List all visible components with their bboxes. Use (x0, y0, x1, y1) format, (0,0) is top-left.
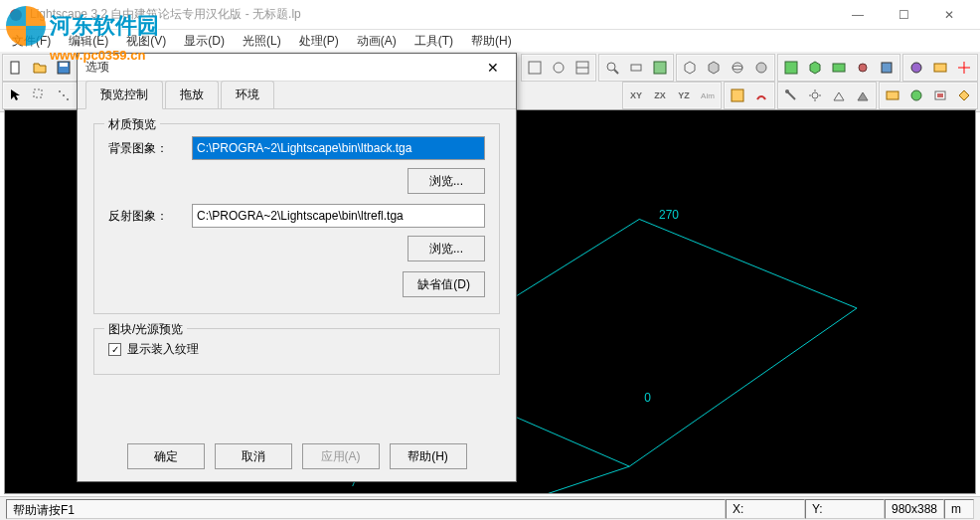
browse-reflection-button[interactable]: 浏览... (408, 236, 485, 261)
material-preview-legend: 材质预览 (104, 116, 160, 133)
svg-point-28 (812, 92, 818, 98)
menu-file[interactable]: 文件(F) (4, 31, 59, 52)
ok-button[interactable]: 确定 (127, 443, 205, 469)
status-help: 帮助请按F1 (6, 499, 726, 519)
toolbar-icon[interactable] (749, 84, 773, 107)
svg-point-13 (733, 63, 742, 73)
window-title: Lightscape 3.2 自由建筑论坛专用汉化版 - 无标题.lp (30, 6, 835, 23)
open-button[interactable] (28, 56, 52, 80)
toolbar-icon[interactable] (779, 84, 803, 107)
pointer-button[interactable] (4, 84, 28, 107)
tab-preview-control[interactable]: 预览控制 (85, 81, 163, 109)
toolbar-icon[interactable] (851, 56, 875, 80)
svg-rect-32 (937, 93, 943, 97)
tab-scale[interactable]: 拖放 (165, 81, 219, 108)
toolbar-icon[interactable] (52, 84, 76, 107)
toolbar-icon[interactable] (904, 84, 928, 107)
menu-help[interactable]: 帮助(H) (463, 31, 520, 52)
zx-button[interactable]: ZX (648, 84, 672, 107)
svg-point-25 (67, 98, 69, 100)
app-icon (8, 7, 24, 23)
svg-line-35 (629, 308, 857, 466)
toolbar-icon[interactable] (624, 56, 648, 80)
menu-animation[interactable]: 动画(A) (349, 31, 405, 52)
status-unit: m (944, 499, 974, 519)
dialog-footer: 确定 取消 应用(A) 帮助(H) (78, 443, 516, 469)
toolbar-icon[interactable] (928, 56, 952, 80)
background-image-input[interactable] (192, 136, 485, 160)
menu-display[interactable]: 显示(D) (176, 31, 233, 52)
toolbar-icon[interactable] (881, 84, 904, 107)
minimize-button[interactable]: — (835, 0, 881, 30)
dialog-titlebar: 选项 ✕ (78, 54, 516, 82)
show-textures-checkbox[interactable] (108, 343, 121, 356)
menu-view[interactable]: 视图(V) (118, 31, 174, 52)
status-x: X: (726, 499, 805, 519)
status-y: Y: (805, 499, 885, 519)
cancel-button[interactable]: 取消 (215, 443, 292, 469)
new-button[interactable] (4, 56, 28, 80)
aim-button[interactable]: Aim (696, 84, 720, 107)
toolbar-icon[interactable] (827, 84, 851, 107)
reflection-image-label: 反射图象： (108, 208, 180, 225)
svg-rect-5 (529, 62, 541, 74)
tab-environment[interactable]: 环境 (221, 81, 274, 108)
svg-rect-3 (60, 63, 68, 67)
svg-point-20 (911, 63, 921, 73)
svg-rect-21 (934, 64, 946, 72)
svg-point-0 (10, 9, 22, 21)
svg-rect-17 (833, 64, 845, 72)
svg-point-27 (785, 89, 789, 93)
show-textures-label: 显示装入纹理 (127, 341, 199, 358)
toolbar-icon[interactable] (928, 84, 952, 107)
menubar: 文件(F) 编辑(E) 视图(V) 显示(D) 光照(L) 处理(P) 动画(A… (0, 30, 980, 52)
svg-line-38 (541, 466, 630, 493)
toolbar-icon[interactable] (827, 56, 851, 80)
toolbar-icon[interactable] (547, 56, 571, 80)
toolbar-icon[interactable] (726, 84, 749, 107)
svg-rect-22 (34, 89, 42, 97)
select-button[interactable] (28, 84, 52, 107)
svg-line-10 (614, 70, 618, 74)
zoom-button[interactable] (600, 56, 624, 80)
toolbar-icon[interactable] (571, 56, 594, 80)
help-button[interactable]: 帮助(H) (390, 443, 467, 469)
xy-button[interactable]: XY (624, 84, 648, 107)
apply-button[interactable]: 应用(A) (302, 443, 380, 469)
toolbar-icon[interactable] (904, 56, 928, 80)
svg-line-34 (639, 219, 857, 308)
toolbar-icon[interactable] (875, 56, 898, 80)
toolbar-icon[interactable] (952, 84, 976, 107)
statusbar: 帮助请按F1 X: Y: 980x388 m (0, 496, 980, 520)
menu-tools[interactable]: 工具(T) (407, 31, 461, 52)
menu-process[interactable]: 处理(P) (291, 31, 347, 52)
cube-icon[interactable] (678, 56, 702, 80)
toolbar-icon[interactable] (851, 84, 875, 107)
menu-edit[interactable]: 编辑(E) (61, 31, 116, 52)
svg-rect-19 (882, 63, 892, 73)
svg-rect-1 (11, 62, 19, 74)
svg-point-15 (756, 63, 766, 73)
toolbar-icon[interactable] (952, 56, 976, 80)
svg-point-14 (733, 66, 742, 70)
sphere-icon[interactable] (726, 56, 749, 80)
maximize-button[interactable]: ☐ (881, 0, 926, 30)
close-button[interactable]: ✕ (926, 0, 972, 30)
toolbar-icon[interactable] (648, 56, 672, 80)
yz-button[interactable]: YZ (672, 84, 696, 107)
reflection-image-input[interactable] (192, 204, 485, 228)
axis-label-bottom: 0 (644, 391, 651, 405)
toolbar-icon[interactable] (803, 84, 827, 107)
browse-background-button[interactable]: 浏览... (408, 168, 485, 194)
sphere-icon[interactable] (749, 56, 773, 80)
defaults-button[interactable]: 缺省值(D) (403, 271, 485, 297)
menu-lighting[interactable]: 光照(L) (235, 31, 289, 52)
axis-label-top: 270 (659, 208, 679, 222)
toolbar-icon[interactable] (803, 56, 827, 80)
cube-icon[interactable] (702, 56, 726, 80)
svg-rect-11 (631, 65, 641, 71)
toolbar-icon[interactable] (523, 56, 547, 80)
save-button[interactable] (52, 56, 76, 80)
toolbar-icon[interactable] (779, 56, 803, 80)
dialog-close-button[interactable]: ✕ (478, 56, 508, 80)
